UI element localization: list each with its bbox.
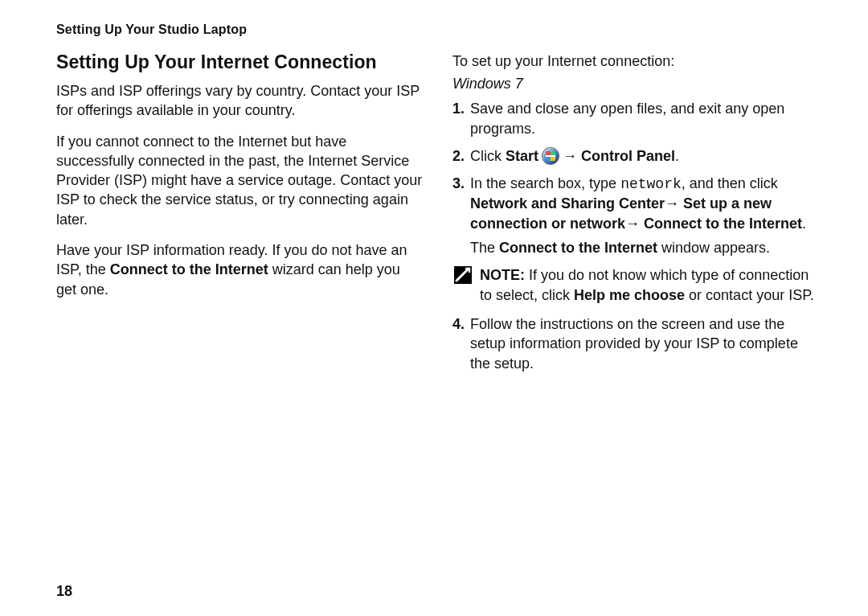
text: . <box>802 216 806 232</box>
left-column: Setting Up Your Internet Connection ISPs… <box>56 51 424 381</box>
step-text: Follow the instructions on the screen an… <box>470 316 798 372</box>
bold-text: Help me choose <box>574 287 685 303</box>
running-head: Setting Up Your Studio Laptop <box>56 23 820 37</box>
note-label: NOTE: <box>480 267 525 283</box>
note-block: NOTE: If you do not know which type of c… <box>452 265 820 305</box>
steps-list-continued: Follow the instructions on the screen an… <box>452 314 820 373</box>
text: . <box>675 148 679 164</box>
windows-start-icon <box>542 148 559 164</box>
bold-text: → <box>559 148 581 164</box>
note-icon <box>454 266 472 284</box>
step-text: Save and close any open files, and exit … <box>470 101 784 136</box>
text: window appears. <box>657 240 770 256</box>
bold-text: Network and Sharing Center→ Set up a new… <box>470 195 802 231</box>
body-paragraph: ISPs and ISP offerings vary by country. … <box>56 81 424 121</box>
step-result: The Connect to the Internet window appea… <box>470 238 820 257</box>
lead-text: To set up your Internet connection: <box>452 51 820 71</box>
step-item: Save and close any open files, and exit … <box>452 99 820 138</box>
code-text: network <box>620 176 682 192</box>
steps-list: Save and close any open files, and exit … <box>452 99 820 257</box>
step-item: Follow the instructions on the screen an… <box>452 314 820 373</box>
body-paragraph: If you cannot connect to the Internet bu… <box>56 132 424 229</box>
bold-text: Connect to the Internet <box>110 261 268 277</box>
bold-text: Start <box>506 148 538 164</box>
right-column: To set up your Internet connection: Wind… <box>452 51 820 381</box>
step-item: In the search box, type network, and the… <box>452 174 820 257</box>
text: The <box>470 240 499 256</box>
page-number: 18 <box>56 583 72 600</box>
bold-text: Connect to the Internet <box>499 240 657 256</box>
note-text: or contact your ISP. <box>685 287 814 303</box>
page: Setting Up Your Studio Laptop Setting Up… <box>0 0 868 616</box>
step-item: Click Start → Control Panel. <box>452 146 820 166</box>
section-title: Setting Up Your Internet Connection <box>56 51 424 73</box>
bold-text: Control Panel <box>581 148 675 164</box>
step-text: Click <box>470 148 506 164</box>
two-column-layout: Setting Up Your Internet Connection ISPs… <box>56 51 820 381</box>
step-text: In the search box, type <box>470 175 620 191</box>
body-paragraph: Have your ISP information ready. If you … <box>56 240 424 299</box>
step-text: , and then click <box>682 175 778 191</box>
os-label: Windows 7 <box>452 76 820 92</box>
